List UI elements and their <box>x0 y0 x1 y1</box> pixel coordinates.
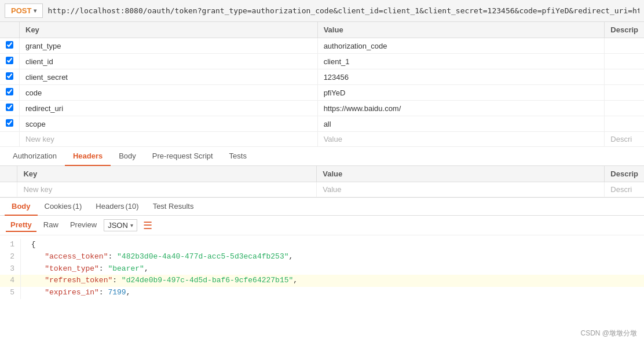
params-row: client_secret 123456 <box>0 69 644 85</box>
request-tab-tests[interactable]: Tests <box>221 147 255 166</box>
params-row: scope all <box>0 116 644 132</box>
line-content: "expires_in": 7199, <box>27 287 644 299</box>
method-label: POST <box>11 6 31 15</box>
params-new-check-cell <box>0 132 20 147</box>
headers-new-desc-cell: Descri <box>605 182 644 197</box>
headers-table: Key Value Descrip Value Descri <box>0 166 644 197</box>
code-line: 5 "expires_in": 7199, <box>0 287 644 299</box>
code-line: 3 "token_type": "bearer", <box>0 263 644 275</box>
params-checkbox[interactable] <box>6 57 13 64</box>
params-checkbox[interactable] <box>6 88 13 95</box>
line-number: 3 <box>0 263 21 275</box>
line-number: 4 <box>0 275 21 287</box>
format-tab-raw[interactable]: Raw <box>39 219 63 232</box>
params-row-value: all <box>317 116 605 132</box>
url-bar: POST ▾ <box>0 0 644 22</box>
code-line: 1 { <box>0 239 644 251</box>
params-row-key: scope <box>20 116 318 132</box>
line-content: { <box>27 239 644 251</box>
params-checkbox[interactable] <box>6 104 13 111</box>
request-tab-headers[interactable]: Headers <box>65 147 111 166</box>
headers-col-check <box>0 166 17 182</box>
params-checkbox[interactable] <box>6 119 13 127</box>
params-row-desc <box>605 85 644 101</box>
params-col-value: Value <box>317 22 605 38</box>
params-section: Key Value Descrip grant_type authorizati… <box>0 22 644 147</box>
request-tab-pre-request-script[interactable]: Pre-request Script <box>144 147 221 166</box>
watermark: CSDN @墩墩分墩 <box>580 329 637 338</box>
headers-col-key: Key <box>17 166 317 182</box>
params-row-desc <box>605 101 644 116</box>
method-dropdown[interactable]: POST ▾ <box>5 3 43 18</box>
params-new-key-cell: New key <box>20 132 318 147</box>
format-tab-pretty[interactable]: Pretty <box>6 219 36 232</box>
response-tab-test results[interactable]: Test Results <box>146 198 201 216</box>
method-arrow-icon: ▾ <box>34 8 36 14</box>
params-row: client_id client_1 <box>0 54 644 69</box>
headers-new-value-cell: Value <box>317 182 605 197</box>
params-row-check[interactable] <box>0 38 20 54</box>
params-table: Key Value Descrip grant_type authorizati… <box>0 22 644 147</box>
line-content: "token_type": "bearer", <box>27 263 644 275</box>
code-line: 2 "access_token": "482b3d0e-4a40-477d-ac… <box>0 251 644 263</box>
headers-col-value: Value <box>317 166 605 182</box>
headers-new-key-cell[interactable] <box>17 182 317 197</box>
params-row-check[interactable] <box>0 101 20 116</box>
params-row-desc <box>605 116 644 132</box>
params-new-row: New key Value Descri <box>0 132 644 147</box>
response-tab-label: Test Results <box>153 202 194 211</box>
response-tab-label: Cookies <box>45 202 72 211</box>
params-row-check[interactable] <box>0 85 20 101</box>
params-row: redirect_uri https://www.baidu.com/ <box>0 101 644 116</box>
params-row-desc <box>605 38 644 54</box>
params-row-check[interactable] <box>0 54 20 69</box>
response-tab-label: Body <box>12 202 31 211</box>
params-row-key: code <box>20 85 318 101</box>
params-row: grant_type authorization_code <box>0 38 644 54</box>
url-input[interactable] <box>47 6 639 15</box>
response-tab-body[interactable]: Body <box>5 198 38 216</box>
line-number: 2 <box>0 251 21 263</box>
request-tab-authorization[interactable]: Authorization <box>5 147 65 166</box>
params-col-key: Key <box>20 22 318 38</box>
code-line: 4 "refresh_token": "d24de0b9-497c-4d5d-b… <box>0 275 644 287</box>
params-row-desc <box>605 69 644 85</box>
params-row-check[interactable] <box>0 69 20 85</box>
response-tabs: BodyCookies(1)Headers(10)Test Results <box>0 198 644 216</box>
headers-new-check-cell <box>0 182 17 197</box>
params-new-desc-cell: Descri <box>605 132 644 147</box>
headers-col-desc: Descrip <box>605 166 644 182</box>
params-row-key: client_secret <box>20 69 318 85</box>
json-arrow-icon: ▾ <box>130 222 133 228</box>
json-format-select[interactable]: JSON▾ <box>104 219 137 231</box>
format-lines-icon[interactable]: ☰ <box>143 219 152 232</box>
params-col-check <box>0 22 20 38</box>
line-content: "access_token": "482b3d0e-4a40-477d-acc5… <box>27 251 644 263</box>
format-tabs: PrettyRawPreviewJSON▾☰ <box>0 216 644 235</box>
response-tab-badge: (1) <box>72 202 82 211</box>
request-tab-body[interactable]: Body <box>111 147 144 166</box>
response-tab-headers[interactable]: Headers(10) <box>89 198 145 216</box>
params-row-value: client_1 <box>317 54 605 69</box>
response-tab-cookies[interactable]: Cookies(1) <box>38 198 89 216</box>
headers-section: Key Value Descrip Value Descri <box>0 166 644 198</box>
params-row-key: client_id <box>20 54 318 69</box>
json-label: JSON <box>108 221 128 230</box>
format-tab-preview[interactable]: Preview <box>65 219 101 232</box>
params-row-check[interactable] <box>0 116 20 132</box>
params-row-value: pfiYeD <box>317 85 605 101</box>
response-code-block: 1 {2 "access_token": "482b3d0e-4a40-477d… <box>0 235 644 299</box>
params-checkbox[interactable] <box>6 41 13 49</box>
params-row: code pfiYeD <box>0 85 644 101</box>
line-content: "refresh_token": "d24de0b9-497c-4d5d-baf… <box>27 275 644 287</box>
params-col-desc: Descrip <box>605 22 644 38</box>
params-row-key: grant_type <box>20 38 318 54</box>
params-row-value: 123456 <box>317 69 605 85</box>
request-tabs: AuthorizationHeadersBodyPre-request Scri… <box>0 147 644 166</box>
params-new-value-cell: Value <box>317 132 605 147</box>
params-row-key: redirect_uri <box>20 101 318 116</box>
headers-new-row: Value Descri <box>0 182 644 197</box>
params-checkbox[interactable] <box>6 72 13 80</box>
params-row-value: authorization_code <box>317 38 605 54</box>
headers-new-key-input[interactable] <box>23 185 310 194</box>
